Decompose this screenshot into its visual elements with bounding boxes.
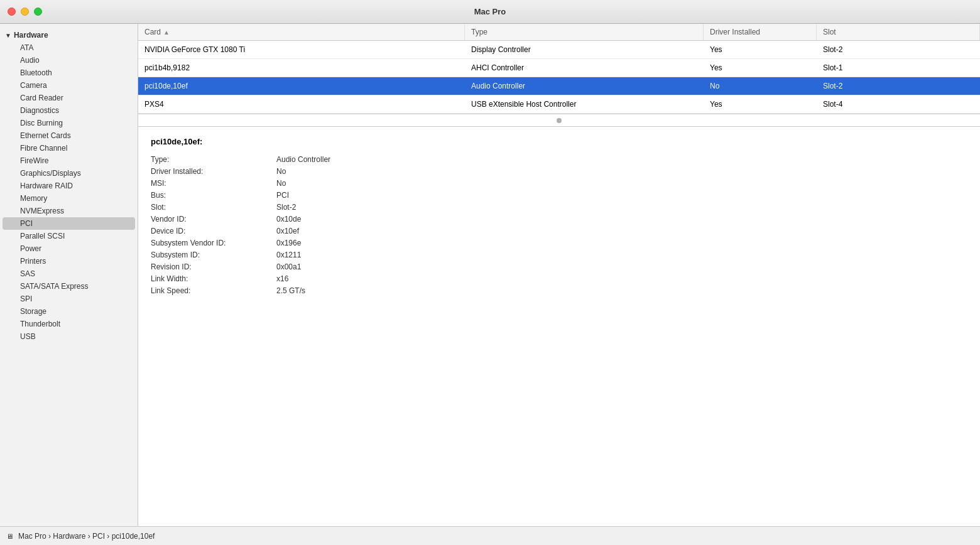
detail-label: Type:: [151, 155, 276, 164]
titlebar: Mac Pro: [0, 0, 980, 24]
td-slot: Slot-2: [817, 80, 980, 92]
sidebar-item-nvmexpress[interactable]: NVMExpress: [3, 205, 135, 217]
scroll-indicator: [138, 114, 980, 127]
detail-label: Link Speed:: [151, 286, 276, 295]
sidebar-item-hardware-raid[interactable]: Hardware RAID: [3, 180, 135, 192]
td-driver: No: [704, 80, 817, 92]
sidebar-item-firewire[interactable]: FireWire: [3, 154, 135, 167]
window-controls: [8, 8, 42, 16]
detail-value: No: [276, 167, 967, 176]
detail-label: MSI:: [151, 179, 276, 188]
th-type[interactable]: Type: [465, 24, 704, 40]
sidebar-item-diagnostics[interactable]: Diagnostics: [3, 104, 135, 117]
detail-value: Audio Controller: [276, 155, 967, 164]
detail-value: 2.5 GT/s: [276, 286, 967, 295]
td-slot: Slot-4: [817, 98, 980, 111]
sidebar-item-camera[interactable]: Camera: [3, 79, 135, 92]
sidebar-item-fibre-channel[interactable]: Fibre Channel: [3, 142, 135, 154]
detail-value: x16: [276, 274, 967, 283]
sidebar-items-container: ATAAudioBluetoothCameraCard ReaderDiagno…: [0, 41, 138, 343]
close-button[interactable]: [8, 8, 16, 16]
td-card: pci10de,10ef: [138, 80, 465, 92]
detail-label: Driver Installed:: [151, 167, 276, 176]
detail-label: Device ID:: [151, 227, 276, 235]
table-row[interactable]: pci1b4b,9182AHCI ControllerYesSlot-1: [138, 59, 980, 77]
table-rows-container: NVIDIA GeForce GTX 1080 TiDisplay Contro…: [138, 41, 980, 114]
sidebar-group-hardware[interactable]: ▼ Hardware: [0, 29, 138, 41]
th-card[interactable]: Card ▲: [138, 24, 465, 40]
triangle-icon: ▼: [5, 32, 11, 39]
sidebar-item-disc-burning[interactable]: Disc Burning: [3, 117, 135, 129]
sidebar-item-printers[interactable]: Printers: [3, 255, 135, 267]
sidebar-item-memory[interactable]: Memory: [3, 192, 135, 205]
breadcrumb: Mac Pro › Hardware › PCI › pci10de,10ef: [18, 532, 155, 541]
sidebar-item-sata-express[interactable]: SATA/SATA Express: [3, 280, 135, 293]
detail-title: pci10de,10ef:: [151, 137, 967, 146]
table-row[interactable]: PXS4USB eXtensible Host ControllerYesSlo…: [138, 95, 980, 114]
td-type: USB eXtensible Host Controller: [465, 98, 704, 111]
scroll-dot: [557, 118, 562, 123]
sidebar-group-label: Hardware: [14, 31, 48, 40]
detail-value: Slot-2: [276, 203, 967, 212]
detail-value: 0x10ef: [276, 227, 967, 235]
sidebar-item-spi[interactable]: SPI: [3, 293, 135, 305]
detail-value: 0x00a1: [276, 262, 967, 271]
th-slot[interactable]: Slot: [817, 24, 980, 40]
sidebar-item-audio[interactable]: Audio: [3, 54, 135, 67]
sidebar-item-parallel-scsi[interactable]: Parallel SCSI: [3, 230, 135, 242]
sidebar-item-thunderbolt[interactable]: Thunderbolt: [3, 318, 135, 330]
table-area: Card ▲ Type Driver Installed Slot NVIDIA…: [138, 24, 980, 114]
breadcrumb-bar: 🖥 Mac Pro › Hardware › PCI › pci10de,10e…: [0, 526, 980, 545]
detail-label: Subsystem Vendor ID:: [151, 239, 276, 247]
detail-label: Subsystem ID:: [151, 251, 276, 259]
sidebar-item-card-reader[interactable]: Card Reader: [3, 92, 135, 104]
sidebar: ▼ Hardware ATAAudioBluetoothCameraCard R…: [0, 24, 138, 526]
td-type: AHCI Controller: [465, 62, 704, 74]
th-card-label: Card: [144, 28, 161, 36]
td-driver: Yes: [704, 43, 817, 56]
td-driver: Yes: [704, 98, 817, 111]
sidebar-item-power[interactable]: Power: [3, 242, 135, 255]
table-row[interactable]: NVIDIA GeForce GTX 1080 TiDisplay Contro…: [138, 41, 980, 59]
th-driver[interactable]: Driver Installed: [704, 24, 817, 40]
table-header: Card ▲ Type Driver Installed Slot: [138, 24, 980, 41]
td-type: Display Controller: [465, 43, 704, 56]
breadcrumb-computer-icon: 🖥: [6, 532, 13, 540]
detail-table: Type:Audio ControllerDriver Installed:No…: [151, 155, 967, 295]
maximize-button[interactable]: [34, 8, 42, 16]
sidebar-item-storage[interactable]: Storage: [3, 305, 135, 318]
sidebar-item-sas[interactable]: SAS: [3, 267, 135, 280]
td-card: PXS4: [138, 98, 465, 111]
detail-value: 0x196e: [276, 239, 967, 247]
detail-value: 0x10de: [276, 215, 967, 224]
td-type: Audio Controller: [465, 80, 704, 92]
detail-label: Slot:: [151, 203, 276, 212]
table-row[interactable]: pci10de,10efAudio ControllerNoSlot-2: [138, 77, 980, 95]
detail-value: 0x1211: [276, 251, 967, 259]
sidebar-item-ethernet-cards[interactable]: Ethernet Cards: [3, 129, 135, 142]
window-title: Mac Pro: [474, 7, 506, 16]
td-slot: Slot-2: [817, 43, 980, 56]
detail-value: PCI: [276, 191, 967, 200]
right-panel: Card ▲ Type Driver Installed Slot NVIDIA…: [138, 24, 980, 526]
detail-label: Bus:: [151, 191, 276, 200]
main-content: ▼ Hardware ATAAudioBluetoothCameraCard R…: [0, 24, 980, 526]
sidebar-item-ata[interactable]: ATA: [3, 41, 135, 54]
minimize-button[interactable]: [21, 8, 29, 16]
th-slot-label: Slot: [823, 28, 836, 36]
detail-value: No: [276, 179, 967, 188]
detail-label: Vendor ID:: [151, 215, 276, 224]
sidebar-item-pci[interactable]: PCI: [3, 217, 135, 230]
th-driver-label: Driver Installed: [710, 28, 760, 36]
detail-label: Revision ID:: [151, 262, 276, 271]
th-type-label: Type: [471, 28, 487, 36]
td-card: NVIDIA GeForce GTX 1080 Ti: [138, 43, 465, 56]
sort-arrow-icon: ▲: [163, 29, 170, 36]
sidebar-item-usb[interactable]: USB: [3, 330, 135, 343]
td-driver: Yes: [704, 62, 817, 74]
sidebar-item-graphics-displays[interactable]: Graphics/Displays: [3, 167, 135, 180]
sidebar-item-bluetooth[interactable]: Bluetooth: [3, 67, 135, 79]
detail-area: pci10de,10ef: Type:Audio ControllerDrive…: [138, 127, 980, 526]
td-card: pci1b4b,9182: [138, 62, 465, 74]
detail-label: Link Width:: [151, 274, 276, 283]
